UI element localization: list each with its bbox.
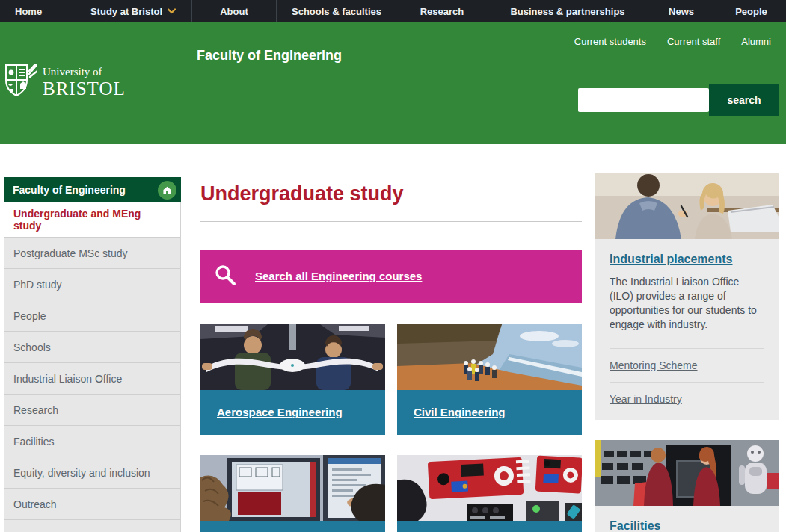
electronics-circuit-boards-photo <box>397 455 582 521</box>
mentoring-scheme-link[interactable]: Mentoring Scheme <box>610 359 698 371</box>
course-bar-civil: Civil Engineering <box>397 390 582 435</box>
course-card-electronics[interactable] <box>397 455 582 532</box>
chevron-down-icon <box>168 8 176 14</box>
industrial-placements-links: Mentoring Scheme Year in Industry <box>610 348 764 415</box>
sidebar-item-facilities[interactable]: Facilities <box>4 426 180 457</box>
university-of-bristol-logo[interactable]: University of BRISTOL <box>4 64 126 101</box>
search-courses-banner[interactable]: Search all Engineering courses <box>200 250 582 303</box>
computer-lab-screens-photo <box>200 455 385 521</box>
faculty-title: Faculty of Engineering <box>197 48 342 64</box>
course-card-aerospace[interactable]: Aerospace Engineering <box>200 324 385 435</box>
topnav-item-news[interactable]: News <box>647 0 716 22</box>
main-content: Undergraduate study Search all Engineeri… <box>200 177 582 532</box>
sidebar-list: Undergraduate and MEng study Postgraduat… <box>4 202 181 532</box>
course-cards: Aerospace Engineering <box>200 324 582 532</box>
course-link-civil[interactable]: Civil Engineering <box>414 406 506 418</box>
facilities-body: Facilities <box>595 506 779 532</box>
link-row-year-in-industry[interactable]: Year in Industry <box>610 382 764 415</box>
topnav-item-research[interactable]: Research <box>396 0 488 22</box>
industrial-placements-body: Industrial placements The Industrial Lia… <box>595 239 779 420</box>
sidebar-item-postgraduate-msc-study[interactable]: Postgraduate MSc study <box>4 238 180 269</box>
search-icon <box>213 263 237 290</box>
link-current-staff[interactable]: Current staff <box>667 36 720 47</box>
home-icon[interactable] <box>158 181 176 200</box>
topnav-item-people[interactable]: People <box>716 0 786 22</box>
topnav-item-home[interactable]: Home <box>0 0 75 22</box>
sidebar-header: Faculty of Engineering <box>4 177 181 202</box>
sidebar-item-undergraduate-meng-study[interactable]: Undergraduate and MEng study <box>4 202 180 238</box>
link-row-mentoring-scheme[interactable]: Mentoring Scheme <box>610 348 764 382</box>
topnav-item-business-partnerships[interactable]: Business & partnerships <box>488 0 647 22</box>
students-discussion-photo <box>595 173 779 239</box>
section-navigation: Faculty of Engineering Undergraduate and… <box>4 177 181 532</box>
topnav-item-study-at-bristol[interactable]: Study at Bristol <box>75 0 192 22</box>
year-in-industry-link[interactable]: Year in Industry <box>610 393 682 405</box>
topnav-item-about[interactable]: About <box>192 0 277 22</box>
sidebar-item-industrial-liaison-office[interactable]: Industrial Liaison Office <box>4 363 180 395</box>
sidebar-item-outreach[interactable]: Outreach <box>4 489 180 520</box>
engineering-lab-robot-photo <box>595 440 779 506</box>
course-card-civil[interactable]: Civil Engineering <box>397 324 582 435</box>
search-courses-link[interactable]: Search all Engineering courses <box>255 270 422 282</box>
course-bar-computing <box>200 521 385 532</box>
aside-spacer <box>595 420 779 440</box>
search-button[interactable]: search <box>709 84 779 116</box>
civil-coastal-field-trip-photo <box>397 324 582 390</box>
page-title: Undergraduate study <box>200 183 582 205</box>
facilities-link[interactable]: Facilities <box>610 519 660 532</box>
course-bar-aerospace: Aerospace Engineering <box>200 390 385 435</box>
search-input[interactable] <box>578 88 709 112</box>
right-sidebar: Industrial placements The Industrial Lia… <box>595 173 779 532</box>
sidebar-item-equity-diversity-inclusion[interactable]: Equity, diversity and inclusion <box>4 457 180 489</box>
industrial-placements-card: Industrial placements The Industrial Lia… <box>595 173 779 420</box>
course-bar-electronics <box>397 521 582 532</box>
course-link-aerospace[interactable]: Aerospace Engineering <box>217 406 343 418</box>
title-divider <box>200 221 582 222</box>
industrial-placements-text: The Industrial Liaison Office (ILO) prov… <box>610 275 764 332</box>
audience-links: Current students Current staff Alumni <box>574 36 771 47</box>
top-navigation: Home Study at Bristol About Schools & fa… <box>0 0 786 22</box>
site-header: University of BRISTOL Faculty of Enginee… <box>0 22 786 144</box>
link-alumni[interactable]: Alumni <box>741 36 771 47</box>
bristol-crest-icon <box>4 64 37 101</box>
sidebar-item-news[interactable]: News <box>4 520 180 532</box>
aerospace-wind-tunnel-photo <box>200 324 385 390</box>
topnav-item-schools-faculties[interactable]: Schools & faculties <box>277 0 396 22</box>
link-current-students[interactable]: Current students <box>574 36 646 47</box>
sidebar-item-schools[interactable]: Schools <box>4 332 180 363</box>
facilities-card: Facilities <box>595 440 779 532</box>
sidebar-item-people[interactable]: People <box>4 300 180 332</box>
logo-wordmark: University of BRISTOL <box>43 66 126 98</box>
sidebar-item-research[interactable]: Research <box>4 395 180 426</box>
industrial-placements-link[interactable]: Industrial placements <box>610 253 733 266</box>
sidebar-item-phd-study[interactable]: PhD study <box>4 269 180 300</box>
course-card-computing[interactable] <box>200 455 385 532</box>
